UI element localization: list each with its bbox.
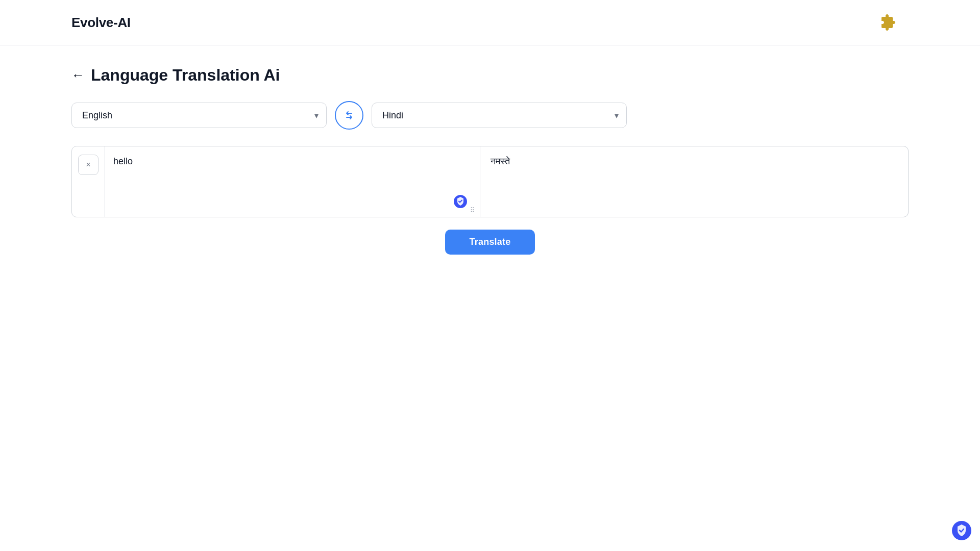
clear-button[interactable]: × <box>78 155 99 175</box>
translation-panels: × hello ⠿ नमस्ते <box>71 146 909 217</box>
source-text-input[interactable]: hello <box>105 146 480 217</box>
translate-button[interactable]: Translate <box>445 230 535 255</box>
swap-languages-button[interactable] <box>335 101 363 130</box>
clear-button-wrapper: × <box>72 146 105 217</box>
target-language-wrapper: Hindi English Spanish French German Chin… <box>372 103 627 128</box>
page-title: Language Translation Ai <box>91 66 280 85</box>
app-title: Evolve-AI <box>71 15 131 31</box>
swap-icon <box>343 109 355 121</box>
puzzle-icon <box>878 13 898 32</box>
source-language-wrapper: English Spanish French German Chinese Ja… <box>71 103 327 128</box>
page-title-row: ← Language Translation Ai <box>71 66 909 85</box>
app-header: Evolve-AI <box>0 0 980 45</box>
back-button[interactable]: ← <box>71 67 85 83</box>
translate-button-row: Translate <box>71 230 909 255</box>
main-content: ← Language Translation Ai English Spanis… <box>0 45 980 275</box>
brave-shield-badge-icon <box>951 520 972 541</box>
resize-handle: ⠿ <box>470 207 475 214</box>
output-panel: नमस्ते <box>480 146 909 217</box>
translated-text: नमस्ते <box>491 156 510 166</box>
language-selector-row: English Spanish French German Chinese Ja… <box>71 101 909 130</box>
brave-shield-icon <box>453 194 468 209</box>
header-icon-area <box>878 12 898 33</box>
brave-icon-input <box>453 194 468 211</box>
clear-icon: × <box>86 160 90 169</box>
input-panel: × hello ⠿ <box>71 146 480 217</box>
brave-badge <box>951 520 972 543</box>
target-language-select[interactable]: Hindi English Spanish French German Chin… <box>372 103 627 128</box>
source-language-select[interactable]: English Spanish French German Chinese Ja… <box>71 103 327 128</box>
